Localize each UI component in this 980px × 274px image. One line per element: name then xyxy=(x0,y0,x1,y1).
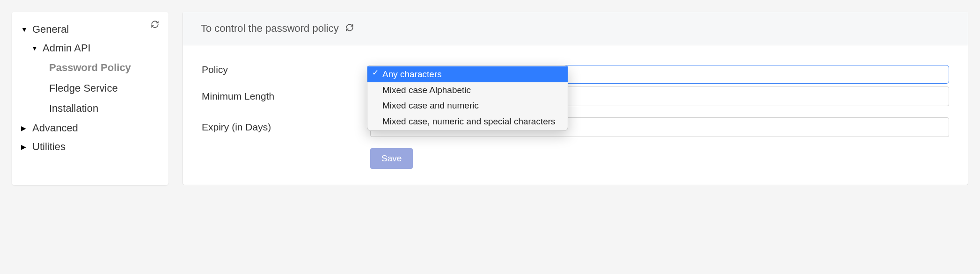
dropdown-option-any-characters[interactable]: Any characters xyxy=(367,66,568,82)
dropdown-option-label: Mixed case and numeric xyxy=(382,101,479,110)
sidebar-item-password-policy[interactable]: Password Policy xyxy=(21,58,159,78)
caret-right-icon xyxy=(21,143,29,151)
min-length-label: Minimum Length xyxy=(202,91,370,102)
main-panel: To control the password policy Any chara… xyxy=(183,12,968,185)
sidebar-item-fledge-service[interactable]: Fledge Service xyxy=(21,78,159,99)
expiry-label: Expiry (in Days) xyxy=(202,122,370,133)
main-body: Any characters Mixed case Alphabetic Mix… xyxy=(183,45,968,185)
sidebar-item-label: Utilities xyxy=(32,141,66,153)
sidebar-item-label: Fledge Service xyxy=(49,81,118,95)
main-header: To control the password policy xyxy=(183,12,968,45)
form-row-expiry: Expiry (in Days) xyxy=(202,117,949,137)
sidebar-item-advanced[interactable]: Advanced xyxy=(21,119,159,137)
dropdown-option-mixed-special[interactable]: Mixed case, numeric and special characte… xyxy=(367,114,568,130)
caret-right-icon xyxy=(21,124,29,132)
caret-down-icon xyxy=(21,26,29,33)
sidebar: General Admin API Password Policy Fledge… xyxy=(12,12,168,185)
dropdown-option-label: Mixed case, numeric and special characte… xyxy=(382,116,556,126)
button-row: Save xyxy=(202,148,949,169)
policy-dropdown-popup: Any characters Mixed case Alphabetic Mix… xyxy=(367,65,568,131)
dropdown-option-label: Any characters xyxy=(382,69,442,79)
dropdown-option-mixed-alpha[interactable]: Mixed case Alphabetic xyxy=(367,82,568,98)
form-row-min-length: Minimum Length xyxy=(202,87,949,106)
page-title: To control the password policy xyxy=(201,22,339,35)
sidebar-item-label: Advanced xyxy=(32,122,78,134)
sidebar-item-label: General xyxy=(32,23,69,36)
policy-label: Policy xyxy=(202,64,370,75)
sidebar-item-installation[interactable]: Installation xyxy=(21,98,159,119)
refresh-icon[interactable] xyxy=(151,20,159,31)
dropdown-option-label: Mixed case Alphabetic xyxy=(382,85,471,95)
sidebar-item-label: Password Policy xyxy=(49,61,131,75)
dropdown-option-mixed-numeric[interactable]: Mixed case and numeric xyxy=(367,98,568,114)
sidebar-item-utilities[interactable]: Utilities xyxy=(21,137,159,156)
save-button[interactable]: Save xyxy=(370,148,413,169)
sidebar-item-admin-api[interactable]: Admin API xyxy=(21,39,159,58)
sidebar-item-general[interactable]: General xyxy=(21,20,69,39)
caret-down-icon xyxy=(31,44,39,52)
refresh-icon[interactable] xyxy=(345,23,354,34)
sidebar-item-label: Installation xyxy=(49,101,98,115)
sidebar-item-label: Admin API xyxy=(43,42,91,54)
